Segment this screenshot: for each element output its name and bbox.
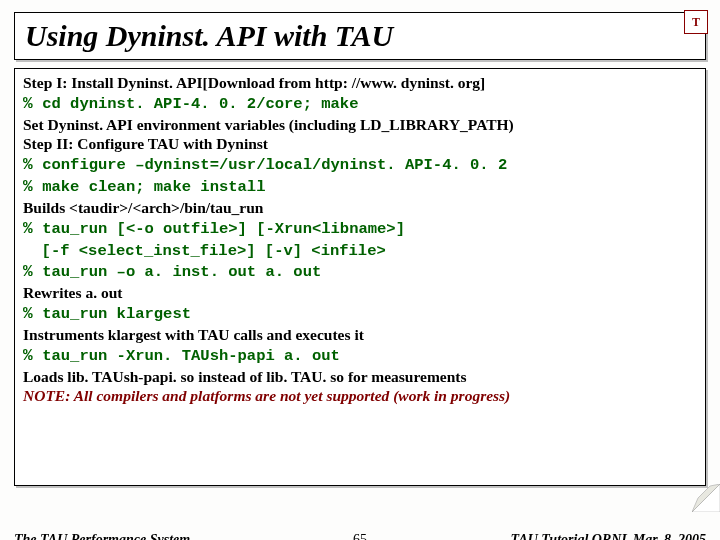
prompt-icon: % [23, 263, 42, 281]
step1-url: http: //www. dyninst. org] [315, 74, 485, 91]
note-line: NOTE: All compilers and platforms are no… [23, 386, 697, 406]
content-box: Step I: Install Dyninst. API[Download fr… [14, 68, 706, 486]
cmd-line-3: % make clean; make install [23, 176, 697, 198]
step2-line: Step II: Configure TAU with Dyninst [23, 134, 697, 154]
cmd-line-7: % tau_run -Xrun. TAUsh-papi a. out [23, 345, 697, 367]
step1-text: Step I: Install Dyninst. API[Download fr… [23, 74, 315, 91]
instruments-line: Instruments klargest with TAU calls and … [23, 325, 697, 345]
cmd-line-1: % cd dyninst. API-4. 0. 2/core; make [23, 93, 697, 115]
cmd7: tau_run -Xrun. TAUsh-papi a. out [42, 347, 340, 365]
builds-line: Builds <taudir>/<arch>/bin/tau_run [23, 198, 697, 218]
prompt-icon: % [23, 347, 42, 365]
cmd2: configure –dyninst=/usr/local/dyninst. A… [42, 156, 507, 174]
cmd1: cd dyninst. API-4. 0. 2/core; make [42, 95, 358, 113]
rewrites-line: Rewrites a. out [23, 283, 697, 303]
footer-right: TAU Tutorial ORNL Mar. 8, 2005 [511, 532, 706, 540]
loads-line: Loads lib. TAUsh-papi. so instead of lib… [23, 367, 697, 387]
tau-logo-icon: T [684, 10, 708, 34]
slide-title: Using Dyninst. API with TAU [25, 19, 393, 52]
cmd5: tau_run –o a. inst. out a. out [42, 263, 321, 281]
cmd-line-2: % configure –dyninst=/usr/local/dyninst.… [23, 154, 697, 176]
prompt-icon: % [23, 220, 42, 238]
cmd6: tau_run klargest [42, 305, 191, 323]
slide: Using Dyninst. API with TAU T Step I: In… [0, 0, 720, 540]
logo-letter: T [692, 15, 700, 30]
cmd-line-6: % tau_run klargest [23, 303, 697, 325]
cmd3: make clean; make install [42, 178, 265, 196]
prompt-icon: % [23, 95, 42, 113]
cmd4a: tau_run [<-o outfile>] [-Xrun<libname>] [42, 220, 405, 238]
env-line: Set Dyninst. API environment variables (… [23, 115, 697, 135]
prompt-icon: % [23, 156, 42, 174]
prompt-icon: % [23, 305, 42, 323]
prompt-icon: % [23, 178, 42, 196]
step1-line: Step I: Install Dyninst. API[Download fr… [23, 73, 697, 93]
page-curl-icon [692, 484, 720, 512]
cmd4b: [-f <select_inst_file>] [-v] <infile> [23, 242, 386, 260]
cmd-line-4a: % tau_run [<-o outfile>] [-Xrun<libname>… [23, 218, 697, 240]
cmd-line-5: % tau_run –o a. inst. out a. out [23, 261, 697, 283]
title-bar: Using Dyninst. API with TAU [14, 12, 706, 60]
cmd-line-4b: [-f <select_inst_file>] [-v] <infile> [23, 240, 697, 262]
